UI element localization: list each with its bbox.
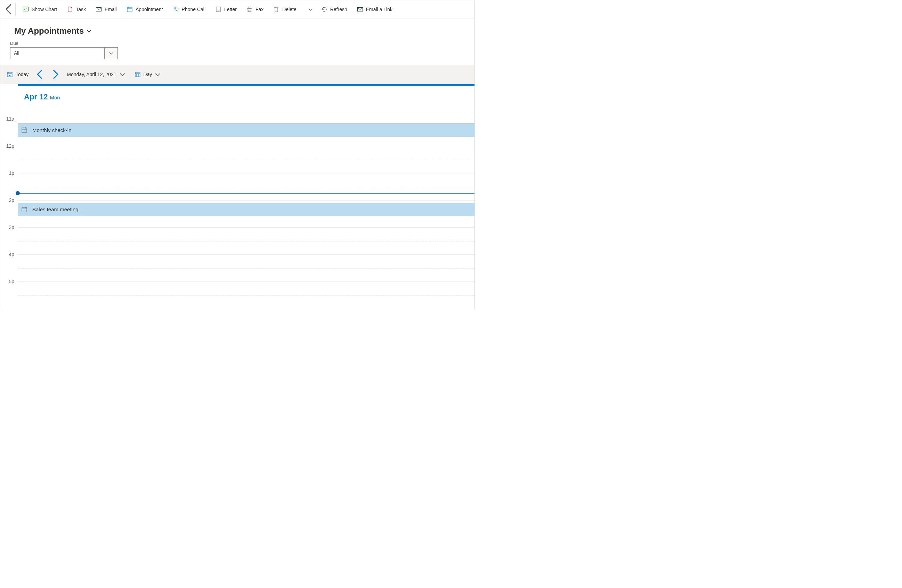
calendar-date: Apr 12	[24, 92, 48, 102]
time-label: 11a	[0, 116, 18, 143]
fax-icon	[246, 6, 253, 13]
svg-rect-8	[7, 72, 12, 77]
appointment-label: Appointment	[136, 6, 163, 12]
back-button[interactable]	[3, 3, 16, 16]
delete-button[interactable]: Delete	[269, 3, 300, 16]
separator	[303, 5, 303, 14]
fax-button[interactable]: Fax	[242, 3, 268, 16]
letter-icon	[215, 6, 221, 13]
arrow-right-icon	[49, 68, 61, 81]
time-row: 1p	[0, 173, 474, 200]
due-filter-label: Due	[10, 41, 465, 46]
chevron-down-icon	[86, 28, 91, 33]
chevron-down-icon	[155, 71, 161, 78]
calendar-nav-bar: Today Monday, April 12, 2021 Day	[0, 65, 474, 84]
arrow-left-icon	[34, 68, 47, 81]
time-slot[interactable]	[18, 254, 474, 281]
refresh-label: Refresh	[330, 6, 347, 12]
svg-rect-1	[96, 7, 101, 11]
command-bar: Show Chart Task Email Appointment Phone …	[0, 0, 474, 19]
letter-button[interactable]: Letter	[211, 3, 241, 16]
letter-label: Letter	[224, 6, 237, 12]
next-day-button[interactable]	[49, 68, 61, 81]
calendar-view-icon	[135, 71, 141, 78]
task-icon	[67, 6, 73, 13]
calendar-body: Apr 12 Mon 11a12p1p2p3p4p5pMonthly check…	[0, 84, 474, 309]
task-label: Task	[76, 6, 86, 12]
view-selector[interactable]: My Appointments	[14, 26, 465, 36]
time-label: 1p	[0, 170, 18, 197]
delete-icon	[273, 6, 279, 13]
view-mode-button[interactable]: Day	[131, 68, 165, 81]
show-chart-button[interactable]: Show Chart	[19, 3, 61, 16]
due-filter-select[interactable]: All	[10, 47, 118, 59]
phone-call-label: Phone Call	[182, 6, 206, 12]
calendar-day-header: Apr 12 Mon	[0, 86, 474, 119]
email-button[interactable]: Email	[91, 3, 121, 16]
chart-icon	[23, 6, 29, 13]
svg-rect-12	[22, 208, 27, 212]
phone-icon	[173, 6, 179, 13]
appointment-icon	[127, 6, 133, 13]
today-label: Today	[16, 72, 28, 77]
view-mode-label: Day	[144, 72, 152, 77]
time-label: 4p	[0, 252, 18, 279]
time-row: 12p	[0, 146, 474, 173]
time-slot[interactable]	[18, 281, 474, 309]
svg-rect-4	[247, 8, 252, 11]
calendar-event[interactable]: Monthly check-in	[18, 124, 474, 136]
svg-rect-5	[248, 7, 251, 8]
delete-label: Delete	[282, 6, 296, 12]
appointment-icon	[21, 127, 27, 133]
calendar-dow: Mon	[50, 94, 60, 100]
time-row: 3p	[0, 227, 474, 254]
time-label: 5p	[0, 279, 18, 306]
email-icon	[96, 6, 102, 13]
time-slot[interactable]	[18, 227, 474, 254]
email-link-icon	[357, 6, 363, 13]
view-header: My Appointments	[0, 19, 474, 39]
email-label: Email	[105, 6, 117, 12]
date-picker-button[interactable]: Monday, April 12, 2021	[63, 68, 128, 81]
svg-rect-7	[357, 7, 363, 11]
current-date-label: Monday, April 12, 2021	[67, 72, 116, 77]
calendar-grid[interactable]: 11a12p1p2p3p4p5pMonthly check-inSales te…	[0, 119, 474, 309]
prev-day-button[interactable]	[34, 68, 47, 81]
chevron-down-icon	[109, 51, 114, 56]
svg-rect-9	[9, 75, 11, 76]
refresh-icon	[321, 6, 327, 13]
arrow-left-icon	[3, 3, 15, 15]
event-title: Monthly check-in	[32, 127, 72, 133]
due-filter-value: All	[14, 50, 19, 56]
email-link-button[interactable]: Email a Link	[353, 3, 396, 16]
time-row: 5p	[0, 281, 474, 309]
view-title: My Appointments	[14, 26, 84, 36]
appointment-button[interactable]: Appointment	[122, 3, 167, 16]
due-filter-chevron	[104, 48, 117, 59]
event-title: Sales team meeting	[32, 206, 78, 212]
overflow-button[interactable]	[305, 3, 316, 16]
time-slot[interactable]	[18, 146, 474, 173]
svg-rect-2	[127, 7, 132, 12]
svg-rect-10	[135, 72, 140, 77]
calendar-event[interactable]: Sales team meeting	[18, 203, 474, 216]
fax-label: Fax	[255, 6, 263, 12]
today-button[interactable]: Today	[3, 68, 32, 81]
email-link-label: Email a Link	[366, 6, 392, 12]
show-chart-label: Show Chart	[31, 6, 57, 12]
time-slot[interactable]	[18, 173, 474, 200]
chevron-down-icon	[119, 71, 125, 78]
svg-rect-11	[22, 128, 27, 132]
time-row: 4p	[0, 254, 474, 281]
chevron-down-icon	[308, 7, 313, 12]
appointment-icon	[21, 206, 27, 213]
due-filter-block: Due All	[0, 39, 474, 65]
time-label: 3p	[0, 225, 18, 252]
time-label: 2p	[0, 197, 18, 225]
phone-call-button[interactable]: Phone Call	[169, 3, 210, 16]
task-button[interactable]: Task	[63, 3, 90, 16]
time-label: 12p	[0, 143, 18, 170]
current-time-indicator	[18, 193, 474, 194]
calendar-today-icon	[6, 71, 13, 78]
refresh-button[interactable]: Refresh	[317, 3, 351, 16]
